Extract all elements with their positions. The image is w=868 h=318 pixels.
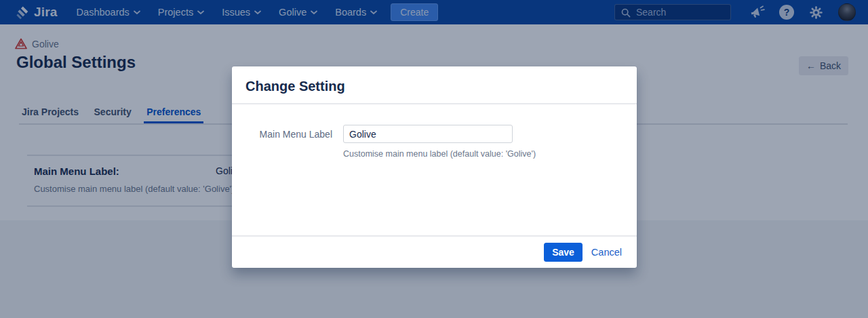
main-menu-label-field-label: Main Menu Label [232,129,332,140]
dialog-title: Change Setting [245,79,623,94]
cancel-button[interactable]: Cancel [591,247,622,258]
field-helper-text: Customise main menu label (default value… [343,149,637,159]
dialog-header: Change Setting [232,66,637,104]
save-button[interactable]: Save [544,243,583,262]
change-setting-dialog: Change Setting Main Menu Label Customise… [232,66,637,268]
dialog-footer: Save Cancel [232,235,637,268]
main-menu-label-input[interactable] [343,125,513,143]
dialog-body: Main Menu Label Customise main menu labe… [232,104,637,235]
